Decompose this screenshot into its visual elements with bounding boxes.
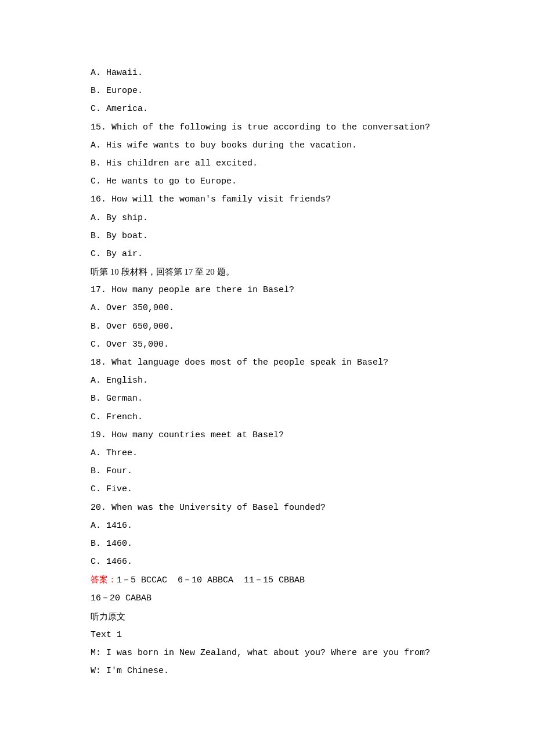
choice-a: A. Over 350,000. <box>91 299 443 317</box>
transcript-line-m: M: I was born in New Zealand, what about… <box>91 644 443 662</box>
choice-a: A. English. <box>91 372 443 390</box>
choice-c: C. French. <box>91 408 443 426</box>
transcript-line-w: W: I'm Chinese. <box>91 662 443 680</box>
answer-line-1: 答案：1－5 BCCAC 6－10 ABBCA 11－15 CBBAB <box>91 571 443 589</box>
choice-c: C. By air. <box>91 245 443 263</box>
choice-a: A. By ship. <box>91 209 443 227</box>
choice-c: C. Over 35,000. <box>91 336 443 354</box>
answer-value: 1－5 BCCAC 6－10 ABBCA 11－15 CBBAB <box>117 575 305 585</box>
choice-b: B. 1460. <box>91 535 443 553</box>
transcript-heading: 听力原文 <box>91 608 443 626</box>
choice-c: C. America. <box>91 100 443 118</box>
choice-b: B. Over 650,000. <box>91 318 443 336</box>
question-stem: 17. How many people are there in Basel? <box>91 281 443 299</box>
choice-a: A. 1416. <box>91 517 443 535</box>
question-stem: 20. When was the University of Basel fou… <box>91 499 443 517</box>
transcript-text-label: Text 1 <box>91 626 443 644</box>
choice-c: C. Five. <box>91 480 443 498</box>
answer-label: 答案： <box>91 575 117 584</box>
choice-c: C. He wants to go to Europe. <box>91 172 443 190</box>
choice-a: A. Hawaii. <box>91 64 443 82</box>
choice-b: B. By boat. <box>91 227 443 245</box>
choice-b: B. His children are all excited. <box>91 154 443 172</box>
question-stem: 16. How will the woman's family visit fr… <box>91 190 443 208</box>
choice-b: B. Four. <box>91 462 443 480</box>
choice-c: C. 1466. <box>91 553 443 571</box>
choice-a: A. Three. <box>91 444 443 462</box>
document-page: A. Hawaii. B. Europe. C. America. 15. Wh… <box>0 0 534 726</box>
section-instruction: 听第 10 段材料，回答第 17 至 20 题。 <box>91 263 443 281</box>
choice-a: A. His wife wants to buy books during th… <box>91 136 443 154</box>
answer-line-2: 16－20 CABAB <box>91 589 443 607</box>
choice-b: B. German. <box>91 390 443 408</box>
choice-b: B. Europe. <box>91 82 443 100</box>
question-stem: 19. How many countries meet at Basel? <box>91 426 443 444</box>
question-stem: 18. What language does most of the peopl… <box>91 354 443 372</box>
question-stem: 15. Which of the following is true accor… <box>91 118 443 136</box>
